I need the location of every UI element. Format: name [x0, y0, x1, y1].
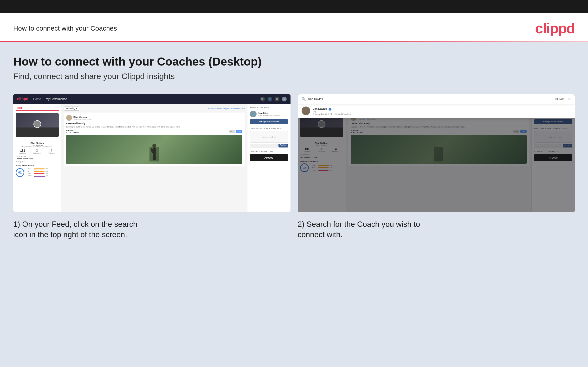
ss1-profile-name: Blair McHarg: [16, 142, 59, 144]
ss1-link-input[interactable]: [250, 144, 278, 147]
svg-rect-4: [154, 155, 156, 160]
ss1-following-btn[interactable]: Following ▾: [64, 106, 79, 110]
ss1-stat-following: 4 Following: [48, 149, 55, 154]
ss1-stat-followers: 3 Followers: [34, 149, 41, 154]
svg-rect-1: [153, 148, 156, 155]
ss2-search-result[interactable]: Dan Davies ✓ Pro Sunningdale Golf Club, …: [298, 104, 575, 118]
ss1-post: Blair McHarg Yesterday · Sunningdale Les…: [64, 112, 245, 166]
ss1-stat-activities-num: 131: [19, 149, 26, 152]
top-bar: [0, 0, 588, 13]
header: How to connect with your Coaches clippd: [0, 13, 588, 41]
ss1-feed-tab: Feed: [16, 106, 59, 110]
ss1-add-btn[interactable]: Add Link: [279, 144, 288, 147]
screenshot-col-2: 🔍 Dan Davies CLEAR ✕ Dan Davies ✓: [298, 94, 575, 240]
ss1-latest-val: Lesson with Fordy: [16, 158, 59, 160]
screenshot-col-1: clippd Home My Performance 🔍 👤 ⚙ ▲ Feed: [13, 94, 290, 240]
ss1-stat-following-num: 4: [48, 149, 55, 152]
ss1-stat-followers-num: 3: [34, 149, 41, 152]
ss1-mid-panel: Following ▾ Control who can see your act…: [61, 104, 247, 212]
ss1-right-panel: Your Coaches David Ford Royal North Devo…: [247, 104, 290, 212]
ss1-profile-sub: Plus Handicap: [16, 144, 59, 146]
ss1-profile-area: [16, 113, 59, 137]
ss1-stat-following-label: Following: [48, 152, 55, 154]
ss1-input-row: Add Link: [250, 144, 288, 147]
ss1-stat-activities-label: Activities: [19, 152, 26, 154]
ss2-close-icon[interactable]: ✕: [568, 97, 571, 101]
svg-point-0: [152, 144, 156, 148]
ss2-search-icon: 🔍: [302, 97, 306, 101]
page-title: How to connect with your Coaches: [13, 25, 117, 32]
ss1-post-btns: OTT APP: [229, 130, 242, 133]
ss1-nav-performance: My Performance: [46, 97, 67, 101]
ss1-duration: Duration 01 hr : 30 min: [66, 129, 79, 134]
ss1-nav-home: Home: [33, 97, 41, 101]
ss1-post-date: Yesterday · Sunningdale: [73, 118, 92, 120]
ss2-result-name: Dan Davies: [313, 107, 327, 110]
screenshot-1: clippd Home My Performance 🔍 👤 ⚙ ▲ Feed: [13, 94, 290, 212]
ss1-bars: OTT90 APP85 ARG86 PUTT96: [28, 167, 48, 177]
ss1-manage-btn[interactable]: Manage Your Coaches: [250, 119, 288, 124]
ss2-result-avatar: [302, 107, 310, 115]
ss2-result-role: Pro: [313, 110, 351, 113]
footer: Copyright Clippd 2022: [0, 367, 588, 368]
ss2-search-query[interactable]: Dan Davies: [308, 97, 553, 101]
ss1-arccos: Arccos: [250, 154, 288, 161]
ss1-coach-avatar: [250, 110, 257, 117]
ss1-nav-logo: clippd: [17, 97, 28, 101]
ss1-avatar: [34, 120, 41, 128]
ss1-coach-club: Royal North Devon Golf Club: [258, 114, 280, 116]
ss1-perf-title: Player Performance: [16, 164, 59, 166]
page-heading: How to connect with your Coaches (Deskto…: [13, 55, 575, 68]
ss2-overlay: [298, 104, 575, 212]
ss1-stat-followers-label: Followers: [34, 152, 41, 154]
main-content: How to connect with your Coaches (Deskto…: [0, 42, 588, 367]
ss1-control-link[interactable]: Control who can see your activity and da…: [208, 108, 245, 110]
search-icon[interactable]: 🔍: [260, 97, 265, 101]
page-subheading: Find, connect and share your Clippd insi…: [13, 72, 575, 81]
ss1-post-title: Lesson with Fordy: [66, 122, 242, 125]
ss1-btn-app[interactable]: APP: [236, 130, 242, 133]
ss1-body: Feed Blair McHarg Plus Handicap Royal No…: [13, 104, 290, 212]
ss1-post-header: Blair McHarg Yesterday · Sunningdale: [66, 115, 242, 121]
ss1-nav-icons: 🔍 👤 ⚙ ▲: [260, 97, 287, 101]
ss1-following-row: Following ▾ Control who can see your act…: [64, 106, 245, 110]
ss1-left-panel: Feed Blair McHarg Plus Handicap Royal No…: [13, 104, 61, 212]
ss1-coach-name: David Ford: [258, 112, 280, 114]
ss1-post-image: [66, 135, 242, 164]
ss1-nav: clippd Home My Performance 🔍 👤 ⚙ ▲: [13, 94, 290, 104]
ss1-latest-date: 03 Aug 2022: [16, 161, 59, 162]
ss1-duration-row: Duration 01 hr : 30 min OTT APP: [66, 129, 242, 134]
ss2-search-dropdown: Dan Davies ✓ Pro Sunningdale Golf Club, …: [298, 104, 575, 118]
ss1-upload-title: Upload a Trackman Test: [250, 127, 288, 130]
svg-rect-2: [150, 148, 154, 153]
caption-1: 1) On your Feed, click on the search ico…: [13, 219, 290, 240]
ss1-perf: Player Performance 92 OTT90 APP85 ARG86 …: [16, 164, 59, 177]
settings-icon[interactable]: ⚙: [275, 97, 280, 101]
ss2-verified-badge: ✓: [329, 108, 331, 110]
avatar-icon[interactable]: ▲: [282, 97, 287, 101]
ss1-connect-title: Connect your data: [250, 150, 288, 153]
ss1-coaches-title: Your Coaches: [250, 106, 288, 109]
ss1-profile-club: Royal North Devon Golf Club, United King…: [16, 146, 59, 147]
screenshot-2: 🔍 Dan Davies CLEAR ✕ Dan Davies ✓: [298, 94, 575, 212]
ss2-result-club: Sunningdale Golf Club, United Kingdom: [313, 113, 351, 115]
ss1-post-avatar: [66, 115, 72, 121]
ss1-trackman-placeholder: Trackman Link: [250, 131, 288, 143]
ss1-score: 92: [16, 168, 24, 177]
ss1-stat-activities: 131 Activities: [19, 149, 26, 154]
ss1-stats-row: 131 Activities 3 Followers 4 Following: [16, 149, 59, 154]
ss1-coach-row: David Ford Royal North Devon Golf Club: [250, 110, 288, 117]
profile-icon[interactable]: 👤: [267, 97, 272, 101]
ss2-clear-btn[interactable]: CLEAR: [555, 98, 564, 101]
clippd-logo: clippd: [535, 20, 575, 37]
ss2-search-bar: 🔍 Dan Davies CLEAR ✕: [298, 94, 575, 104]
ss1-latest-label: Latest Activity: [16, 156, 59, 157]
ss1-post-text: Looking to feel like my hands are exitin…: [66, 126, 242, 128]
ss1-post-name: Blair McHarg: [73, 116, 92, 118]
screenshots-row: clippd Home My Performance 🔍 👤 ⚙ ▲ Feed: [13, 94, 575, 240]
ss1-btn-off[interactable]: OTT: [229, 130, 235, 133]
caption-2: 2) Search for the Coach you wish to conn…: [298, 219, 575, 240]
svg-rect-3: [153, 155, 154, 160]
